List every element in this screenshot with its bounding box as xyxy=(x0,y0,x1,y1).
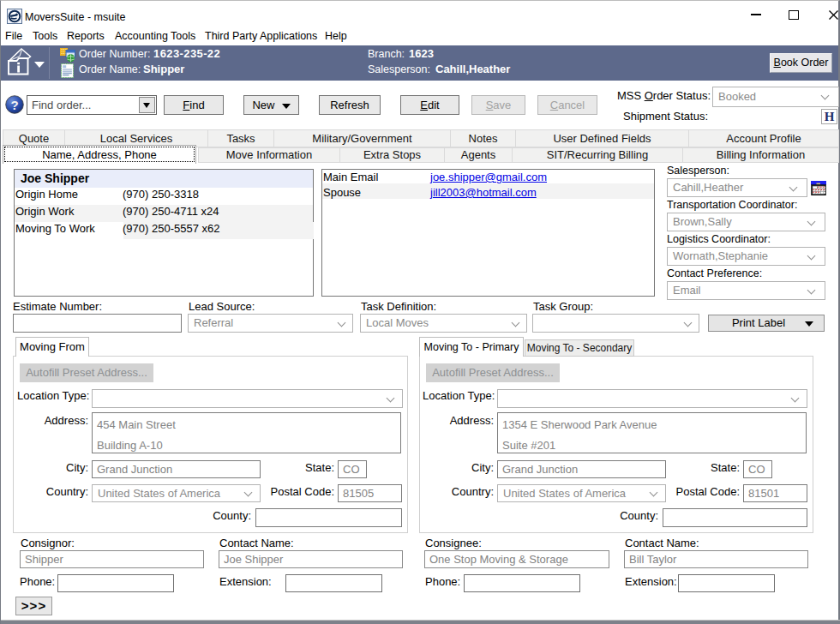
svg-text:?: ? xyxy=(10,98,18,112)
